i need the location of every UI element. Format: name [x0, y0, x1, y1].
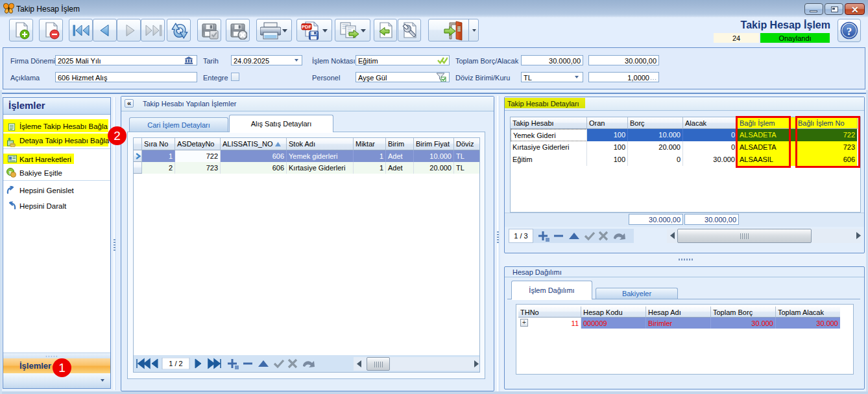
svg-text:PDF: PDF: [302, 24, 311, 30]
svg-text:?: ?: [847, 25, 852, 38]
svg-text:1 / 2: 1 / 2: [169, 360, 182, 367]
